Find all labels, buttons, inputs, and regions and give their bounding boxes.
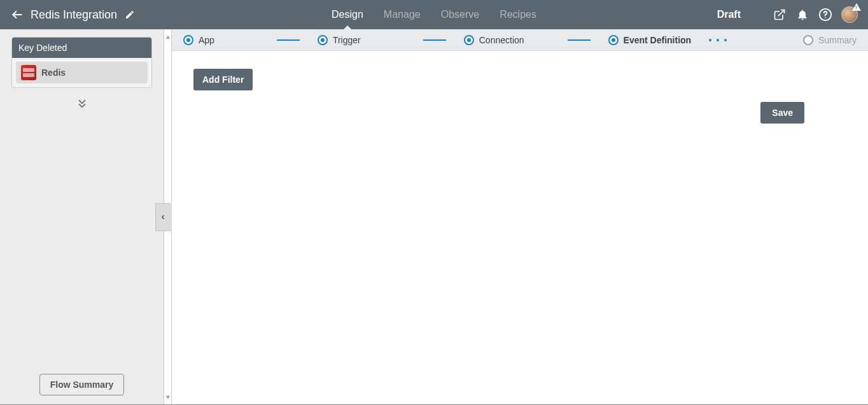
add-filter-button[interactable]: Add Filter [193, 69, 253, 90]
alert-badge-icon [852, 3, 861, 11]
step-label: Trigger [333, 35, 361, 45]
step-label: Event Definition [624, 35, 692, 45]
help-icon[interactable] [818, 8, 832, 22]
step-app[interactable]: App [183, 35, 214, 45]
step-circle-icon [318, 35, 328, 45]
step-circle-icon [803, 35, 813, 45]
step-circle-icon [464, 35, 474, 45]
step-connector [277, 39, 300, 41]
step-label: Connection [479, 35, 524, 45]
bell-icon[interactable] [795, 8, 809, 22]
header-right: Draft [717, 6, 868, 23]
step-event-definition[interactable]: Event Definition [608, 35, 692, 45]
step-circle-icon [183, 35, 193, 45]
scroll-up-icon: ▲ [165, 33, 171, 40]
sidebar-card-header: Key Deleted [12, 38, 151, 58]
header-left: Redis Integration [0, 8, 165, 22]
sidebar-card: Key Deleted Redis [11, 37, 152, 88]
back-arrow-icon[interactable] [10, 8, 24, 22]
tab-recipes[interactable]: Recipes [497, 0, 539, 29]
stepbar: App Trigger Connection Event Definition [172, 29, 868, 51]
avatar[interactable] [841, 6, 858, 23]
nav-tabs: Design Manage Observe Recipes [329, 0, 539, 29]
content-body: Add Filter Save [172, 51, 868, 404]
sidebar-footer: Flow Summary [0, 374, 164, 404]
step-circle-icon [608, 35, 619, 45]
step-connector [423, 39, 446, 41]
tab-manage[interactable]: Manage [381, 0, 423, 29]
redis-icon [21, 65, 36, 80]
open-external-icon[interactable] [773, 8, 787, 22]
expand-toggle-icon[interactable] [11, 88, 152, 120]
step-label: App [199, 35, 214, 45]
sidebar: Key Deleted Redis Flow Summary [0, 29, 164, 404]
page-title: Redis Integration [31, 8, 117, 22]
top-header: Redis Integration Design Manage Observe … [0, 0, 868, 29]
svg-line-1 [778, 10, 784, 16]
content: App Trigger Connection Event Definition [172, 29, 868, 404]
step-trigger[interactable]: Trigger [318, 35, 361, 45]
step-dots-icon [709, 39, 727, 41]
sidebar-inner: Key Deleted Redis [0, 29, 164, 374]
edit-icon[interactable] [123, 8, 136, 21]
sidebar-card-body: Redis [12, 58, 151, 87]
splitter[interactable]: ▲ ▼ [164, 29, 172, 404]
step-label: Summary [818, 35, 857, 45]
sidebar-app-name: Redis [41, 68, 66, 78]
scroll-down-icon: ▼ [165, 394, 171, 401]
step-connection[interactable]: Connection [464, 35, 524, 45]
tab-design[interactable]: Design [329, 0, 366, 29]
flow-summary-button[interactable]: Flow Summary [39, 374, 125, 395]
status-label: Draft [717, 9, 741, 20]
sidebar-app-item[interactable]: Redis [16, 62, 148, 83]
collapse-handle[interactable] [155, 203, 171, 231]
save-button[interactable]: Save [760, 102, 804, 124]
tab-observe[interactable]: Observe [438, 0, 482, 29]
main: Key Deleted Redis Flow Summary ▲ ▼ [0, 29, 868, 405]
step-connector [568, 39, 591, 41]
step-summary[interactable]: Summary [803, 35, 857, 45]
